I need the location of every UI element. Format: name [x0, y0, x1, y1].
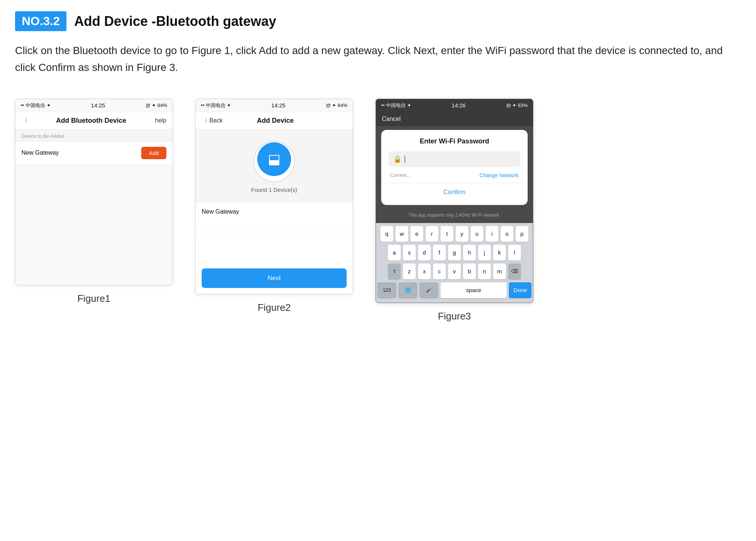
key-b[interactable]: b — [463, 264, 476, 279]
key-s[interactable]: s — [403, 245, 416, 261]
page-header: NO.3.2 Add Device -Bluetooth gateway — [15, 11, 741, 31]
key-v[interactable]: v — [448, 264, 461, 279]
bluetooth-icon: ⬓ — [268, 151, 281, 167]
figure2-status-right: @ ✦ 84% — [326, 102, 347, 108]
lock-icon: 🔒 — [393, 155, 401, 163]
key-r[interactable]: r — [426, 226, 438, 242]
figure3-status-right: @ ✦ 83% — [506, 102, 528, 108]
figure1-help-button[interactable]: help — [155, 117, 166, 124]
figure3-wrapper: •• 中国电信 ✦ 14:26 @ ✦ 83% Cancel Enter Wi-… — [376, 99, 533, 322]
figure3-network-row: Current... Change Network — [389, 171, 520, 183]
key-e[interactable]: e — [410, 226, 423, 242]
figure2-next-button[interactable]: Next — [202, 268, 347, 288]
keyboard-row3: ⇧ z x c v b n m ⌫ — [377, 264, 531, 279]
figure3-status-left: •• 中国电信 ✦ — [381, 102, 411, 109]
figure3-wifi-modal: Enter Wi-Fi Password 🔒 Current... Change… — [381, 130, 528, 205]
figure1-label: Figure1 — [77, 293, 110, 304]
key-x[interactable]: x — [418, 264, 431, 279]
key-i[interactable]: i — [486, 226, 498, 242]
figure3-phone: •• 中国电信 ✦ 14:26 @ ✦ 83% Cancel Enter Wi-… — [376, 99, 533, 303]
key-p[interactable]: p — [516, 226, 528, 242]
figure2-wrapper: •• 中国电信 ✦ 14:25 @ ✦ 84% 〈 Back Add Devic… — [195, 99, 353, 313]
figure2-status-bar: •• 中国电信 ✦ 14:25 @ ✦ 84% — [196, 99, 353, 112]
figure2-status-left: •• 中国电信 ✦ — [201, 102, 231, 109]
figure2-nav-bar: 〈 Back Add Device — [196, 112, 353, 130]
keyboard-row2: a s d f g h j k l — [377, 245, 531, 261]
text-cursor — [404, 155, 405, 163]
figure3-time: 14:26 — [451, 102, 466, 109]
figure2-back-button[interactable]: 〈 Back — [202, 117, 223, 125]
key-mic[interactable]: 🎤 — [419, 282, 438, 298]
figure2-device-name: New Gateway — [202, 208, 239, 215]
key-done[interactable]: Done — [509, 282, 531, 298]
figure2-time: 14:25 — [271, 102, 285, 109]
key-a[interactable]: a — [388, 245, 401, 261]
key-m[interactable]: m — [493, 264, 506, 279]
figure2-found-text: Found 1 Device(s) — [251, 187, 297, 193]
key-c[interactable]: c — [433, 264, 446, 279]
figure2-spacer — [196, 232, 353, 262]
key-z[interactable]: z — [403, 264, 416, 279]
key-space[interactable]: space — [441, 282, 507, 298]
key-f[interactable]: f — [433, 245, 446, 261]
key-backspace[interactable]: ⌫ — [508, 264, 521, 279]
signal-icon: •• — [201, 102, 204, 108]
figure1-add-button[interactable]: Add — [141, 147, 166, 159]
key-k[interactable]: k — [493, 245, 506, 261]
figure3-wifi-note: This app supports only 2.4GHz Wi-Fi netw… — [376, 209, 533, 223]
bt-inner-circle: ⬓ — [257, 142, 291, 176]
figure3-keyboard: q w e r t y u i o p a s d f g — [376, 223, 533, 303]
key-123[interactable]: 123 — [377, 282, 396, 298]
figure1-nav-title: Add Bluetooth Device — [56, 117, 126, 125]
key-u[interactable]: u — [471, 226, 483, 242]
figure1-nav-bar: 〈 Add Bluetooth Device help — [15, 112, 172, 130]
key-o[interactable]: o — [501, 226, 513, 242]
figure2-scan-area: ⬓ Found 1 Device(s) — [196, 130, 353, 202]
figure1-phone: •• 中国电信 ✦ 14:25 @ ✦ 84% 〈 Add Bluetooth … — [15, 99, 173, 285]
keyboard-bottom-row: 123 🌐 🎤 space Done — [377, 282, 531, 298]
key-d[interactable]: d — [418, 245, 431, 261]
key-j[interactable]: j — [478, 245, 491, 261]
figure1-status-right: @ ✦ 84% — [146, 102, 167, 108]
key-globe[interactable]: 🌐 — [398, 282, 417, 298]
figure1-device-row: New Gateway Add — [15, 142, 172, 165]
page-title: Add Device -Bluetooth gateway — [74, 14, 276, 29]
figure3-status-bar: •• 中国电信 ✦ 14:26 @ ✦ 83% — [376, 99, 533, 112]
figure3-change-network-button[interactable]: Change Network — [480, 172, 519, 178]
figure3-password-input[interactable]: 🔒 — [389, 151, 520, 167]
key-g[interactable]: g — [448, 245, 461, 261]
key-q[interactable]: q — [380, 226, 393, 242]
figure3-modal-title: Enter Wi-Fi Password — [389, 137, 520, 145]
figure1-back-button[interactable]: 〈 — [21, 117, 27, 125]
figure1-section-label: Device to Be Added — [15, 130, 172, 142]
figures-row: •• 中国电信 ✦ 14:25 @ ✦ 84% 〈 Add Bluetooth … — [15, 99, 741, 322]
key-h[interactable]: h — [463, 245, 476, 261]
signal-icon: •• — [381, 102, 385, 108]
key-l[interactable]: l — [508, 245, 521, 261]
key-w[interactable]: w — [395, 226, 408, 242]
bt-outer-circle: ⬓ — [254, 141, 295, 182]
figure1-status-bar: •• 中国电信 ✦ 14:25 @ ✦ 84% — [15, 99, 172, 112]
section-badge: NO.3.2 — [15, 11, 66, 31]
key-y[interactable]: y — [456, 226, 468, 242]
figure2-nav-title: Add Device — [257, 117, 294, 125]
figure2-label: Figure2 — [258, 302, 291, 313]
key-shift[interactable]: ⇧ — [388, 264, 401, 279]
figure1-empty-area — [15, 165, 172, 285]
figure1-status-left: •• 中国电信 ✦ — [21, 102, 51, 109]
figure1-time: 14:25 — [91, 102, 105, 109]
figure1-device-name: New Gateway — [21, 149, 59, 156]
page-description: Click on the Bluetooth device to go to F… — [15, 42, 729, 76]
figure3-confirm-button[interactable]: Confirm — [389, 183, 520, 197]
figure2-device-item[interactable]: New Gateway — [196, 202, 353, 232]
key-t[interactable]: t — [441, 226, 453, 242]
figure3-cancel-bar: Cancel — [376, 112, 533, 126]
figure1-wrapper: •• 中国电信 ✦ 14:25 @ ✦ 84% 〈 Add Bluetooth … — [15, 99, 173, 304]
figure2-phone: •• 中国电信 ✦ 14:25 @ ✦ 84% 〈 Back Add Devic… — [195, 99, 353, 294]
figure3-label: Figure3 — [438, 310, 471, 322]
signal-icon: •• — [21, 102, 24, 108]
figure3-current-text: Current... — [390, 172, 410, 178]
figure3-cancel-button[interactable]: Cancel — [382, 116, 401, 122]
keyboard-row1: q w e r t y u i o p — [377, 226, 531, 242]
key-n[interactable]: n — [478, 264, 491, 279]
